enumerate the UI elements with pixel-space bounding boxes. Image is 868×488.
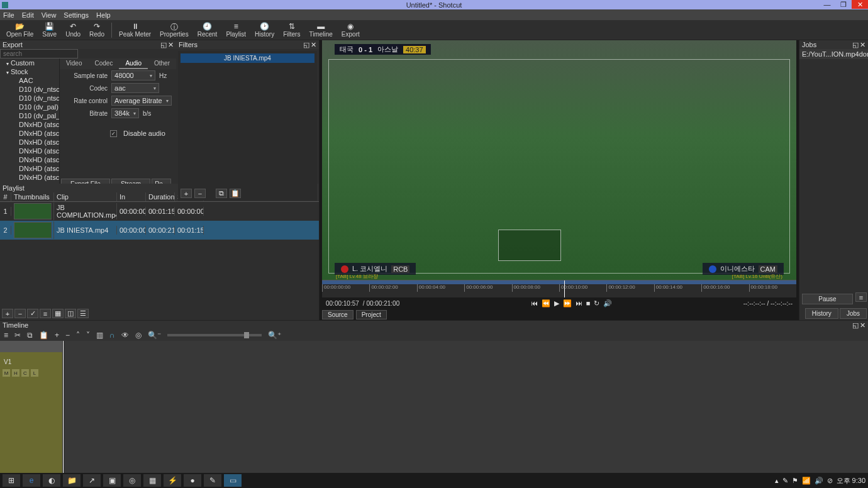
tl-split-icon[interactable]: ▥ <box>96 331 103 340</box>
export-preset-list[interactable]: Custom Stock AACD10 (dv_ntsc)D10 (dv_nts… <box>0 58 60 191</box>
jobs-button[interactable]: Jobs <box>840 308 867 319</box>
menu-file[interactable]: File <box>3 11 14 19</box>
preset-item[interactable]: DNxHD (atsc_1080i... <box>0 120 59 129</box>
preset-item[interactable]: D10 (dv_pal) <box>0 103 59 111</box>
playlist-tile-icon[interactable]: ◫ <box>65 309 76 318</box>
tab-audio[interactable]: Audio <box>119 58 148 69</box>
playlist-check-button[interactable]: ✓ <box>27 309 38 318</box>
preset-item[interactable]: D10 (dv_ntsc) <box>0 85 59 94</box>
tray-vol-icon[interactable]: 🔊 <box>815 477 823 485</box>
redo-button[interactable]: ↷Redo <box>86 21 108 40</box>
menu-help[interactable]: Help <box>96 11 111 19</box>
peak-meter-button[interactable]: ⏸Peak Meter <box>115 21 155 40</box>
playlist-grid-icon[interactable]: ▦ <box>52 309 64 318</box>
minimize-button[interactable]: — <box>819 0 835 9</box>
rate-control-combo[interactable]: Average Bitrate <box>111 96 172 106</box>
recent-button[interactable]: 🕘Recent <box>194 21 221 40</box>
export-search-input[interactable] <box>0 49 78 58</box>
filters-button[interactable]: ⇅Filters <box>279 21 304 40</box>
timeline-playhead[interactable] <box>63 341 64 473</box>
playlist-button[interactable]: ≡Playlist <box>222 21 250 40</box>
preview-playhead[interactable] <box>564 280 565 297</box>
preset-item[interactable]: DNxHD (atsc_1080... <box>0 173 59 182</box>
explorer-icon[interactable]: 📁 <box>63 474 81 487</box>
sample-rate-combo[interactable]: 48000 <box>111 70 155 80</box>
properties-button[interactable]: ⓘProperties <box>156 21 192 40</box>
save-button[interactable]: 💾Save <box>38 21 60 40</box>
undock-icon[interactable]: ◱ <box>852 41 859 49</box>
tab-video[interactable]: Video <box>60 58 88 69</box>
chrome-icon[interactable]: ◐ <box>43 474 60 487</box>
tl-snap-icon[interactable]: ∩ <box>109 331 115 340</box>
app3-icon[interactable]: ▦ <box>143 474 161 487</box>
timeline-track-area[interactable] <box>63 341 868 473</box>
close-panel-icon[interactable]: ✕ <box>311 41 316 49</box>
tl-zoom-in-icon[interactable]: 🔍⁺ <box>268 331 281 340</box>
tray-clock[interactable]: 오후 9:30 <box>837 476 865 485</box>
filter-add-button[interactable]: + <box>181 189 192 198</box>
app4-icon[interactable]: ⚡ <box>164 474 181 487</box>
source-tab[interactable]: Source <box>322 310 353 319</box>
playlist-list-icon[interactable]: ≡ <box>40 309 51 318</box>
tab-other[interactable]: Other <box>148 58 176 69</box>
preset-item[interactable]: DNxHD (atsc_1080... <box>0 164 59 173</box>
tl-ripple-icon[interactable]: ◎ <box>135 331 142 340</box>
skip-end-icon[interactable]: ⏭ <box>576 299 582 308</box>
col-in[interactable]: In <box>117 192 146 201</box>
preset-item[interactable]: DNxHD (atsc_1080... <box>0 147 59 155</box>
preview-ruler[interactable]: 00:00:00:0000:00:02:0000:00:04:0000:00:0… <box>322 280 796 297</box>
tl-zoom-slider[interactable] <box>167 334 262 336</box>
volume-icon[interactable]: 🔊 <box>603 299 612 308</box>
filter-paste-button[interactable]: 📋 <box>230 189 241 198</box>
playlist-detail-icon[interactable]: ☰ <box>77 309 89 318</box>
tray-block-icon[interactable]: ⊘ <box>827 477 833 485</box>
preset-item[interactable]: DNxHD (atsc_1080... <box>0 138 59 147</box>
history-button[interactable]: History <box>805 308 838 319</box>
loop-icon[interactable]: ↻ <box>594 299 599 308</box>
start-button[interactable]: ⊞ <box>3 474 20 487</box>
tl-scrub-icon[interactable]: 👁 <box>121 331 129 340</box>
tray-net-icon[interactable]: 📶 <box>802 477 811 485</box>
menu-view[interactable]: View <box>42 11 57 19</box>
undock-icon[interactable]: ◱ <box>160 41 167 49</box>
playlist-row[interactable]: 1JB COMPILATION.mp400:00:00:0000:01:15:5… <box>0 202 319 221</box>
playlist-add-button[interactable]: + <box>2 309 13 318</box>
tl-append-icon[interactable]: + <box>55 331 59 340</box>
track-composite-button[interactable]: C <box>21 369 29 377</box>
shotcut-icon[interactable]: ▭ <box>224 474 242 487</box>
app6-icon[interactable]: ✎ <box>204 474 221 487</box>
tray-up-icon[interactable]: ▴ <box>775 477 779 485</box>
jobs-pause-button[interactable]: Pause <box>802 294 853 304</box>
tl-copy-icon[interactable]: ⧉ <box>27 331 33 340</box>
tl-zoom-out-icon[interactable]: 🔍⁻ <box>148 331 161 340</box>
col-thumb[interactable]: Thumbnails <box>11 192 54 201</box>
tab-codec[interactable]: Codec <box>89 58 120 69</box>
preset-item[interactable]: D10 (dv_pal_wide) <box>0 111 59 120</box>
skip-start-icon[interactable]: ⏮ <box>531 299 538 308</box>
tl-paste-icon[interactable]: 📋 <box>39 331 48 340</box>
ie-icon[interactable]: e <box>23 474 40 487</box>
tl-lift-icon[interactable]: ˄ <box>76 331 80 340</box>
ffwd-icon[interactable]: ⏩ <box>563 299 572 308</box>
preset-stock[interactable]: Stock <box>0 67 59 76</box>
track-lock-button[interactable]: L <box>31 369 38 377</box>
preview-viewport[interactable]: 태국 0 - 1 아스날 40:37 L. 코시엘니 RCB [TAB] Lv.… <box>322 40 796 280</box>
export-button[interactable]: ◉Export <box>338 21 364 40</box>
preset-item[interactable]: D10 (dv_ntsc_wide) <box>0 94 59 103</box>
tray-pen-icon[interactable]: ✎ <box>782 477 788 485</box>
col-num[interactable]: # <box>0 192 11 201</box>
close-panel-icon[interactable]: ✕ <box>168 41 174 49</box>
filter-remove-button[interactable]: − <box>194 189 206 198</box>
jobs-menu-button[interactable]: ≡ <box>855 292 867 302</box>
codec-combo[interactable]: aac <box>111 83 159 93</box>
tl-menu-icon[interactable]: ≡ <box>4 331 8 340</box>
history-button[interactable]: 🕑History <box>251 21 278 40</box>
filter-copy-button[interactable]: ⧉ <box>216 189 227 198</box>
track-hide-button[interactable]: H <box>12 369 19 377</box>
undock-icon[interactable]: ◱ <box>303 41 309 49</box>
preset-item[interactable]: AAC <box>0 76 59 85</box>
col-duration[interactable]: Duration <box>146 192 175 201</box>
preset-item[interactable]: DNxHD (atsc_1080... <box>0 129 59 138</box>
playlist-row[interactable]: 2JB INIESTA.mp400:00:00:0000:00:21:0000:… <box>0 221 319 240</box>
play-icon[interactable]: ▶ <box>554 299 559 308</box>
